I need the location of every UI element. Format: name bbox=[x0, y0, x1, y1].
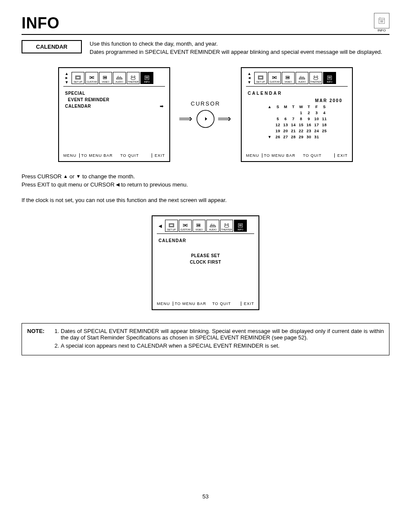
cal-side-empty bbox=[265, 116, 274, 122]
cal-side-empty bbox=[265, 128, 274, 134]
nav-arrow-left-icon: ◀ bbox=[157, 224, 164, 228]
svg-rect-10 bbox=[104, 77, 105, 78]
tab-video: VIDEO bbox=[193, 220, 206, 232]
arrow-right-icon: ⟹ bbox=[218, 113, 232, 124]
svg-rect-33 bbox=[299, 78, 305, 79]
calendar-day: 31 bbox=[313, 134, 321, 140]
svg-rect-27 bbox=[259, 76, 262, 78]
calendar-day: 30 bbox=[305, 134, 313, 140]
tab-set-up: SET UP bbox=[72, 72, 84, 84]
calendar-dow: W bbox=[297, 104, 305, 110]
tab-theater: THEATER bbox=[309, 72, 322, 84]
cal-up-arrow-icon: ▲ bbox=[265, 104, 274, 110]
osd-footer-center: TO MENU BAR TO QUIT bbox=[173, 302, 241, 306]
calendar-day: 4 bbox=[321, 110, 328, 116]
osd-footer-menu: MENU bbox=[63, 153, 80, 158]
calendar-day: 25 bbox=[321, 128, 328, 134]
svg-rect-60 bbox=[238, 224, 243, 227]
tab-audio: AUDIO bbox=[113, 72, 126, 84]
osd-footer-exit: EXIT bbox=[152, 153, 165, 158]
calendar-dow: S bbox=[321, 104, 328, 110]
calendar-day bbox=[282, 110, 290, 116]
tab-theater: THEATER bbox=[220, 220, 233, 232]
svg-point-40 bbox=[317, 76, 318, 77]
tab-info: INFO bbox=[234, 220, 247, 232]
calendar-day: 27 bbox=[282, 134, 290, 140]
calendar-day: 15 bbox=[297, 122, 305, 128]
calendar-dow: M bbox=[282, 104, 290, 110]
calendar-screen-heading: CALENDAR bbox=[159, 237, 252, 244]
calendar-day: 14 bbox=[290, 122, 297, 128]
note-list: Dates of SPECIAL EVENT REMINDER will app… bbox=[52, 328, 384, 351]
svg-point-58 bbox=[224, 224, 226, 225]
arrow-right-icon: ⟹ bbox=[179, 113, 193, 124]
cursor-label: CURSOR bbox=[191, 100, 220, 107]
osd-footer: MENU TO MENU BAR TO QUIT EXIT bbox=[63, 152, 165, 158]
up-triangle-icon: ▲ bbox=[63, 173, 68, 180]
osd-menubar: ▲◀▼ SET UPCUSTOMVIDEOAUDIOTHEATERINFO bbox=[246, 72, 348, 87]
info-corner-icon: INFO bbox=[374, 13, 389, 32]
cal-down-arrow-icon: ▼ bbox=[265, 134, 274, 140]
calendar-day: 26 bbox=[274, 134, 282, 140]
osd-calendar: ▲◀▼ SET UPCUSTOMVIDEOAUDIOTHEATERINFO CA… bbox=[241, 67, 353, 162]
calendar-grid: ▲SMTWTFS12345678910111213141516171819202… bbox=[248, 104, 346, 140]
calendar-day: 11 bbox=[321, 116, 328, 122]
calendar-day: 21 bbox=[290, 128, 297, 134]
calendar-screen-heading: CALENDAR bbox=[248, 90, 346, 96]
tab-custom: CUSTOM bbox=[85, 72, 98, 84]
tab-video: VIDEO bbox=[282, 72, 295, 84]
tab-set-up: SET UP bbox=[254, 72, 267, 84]
calendar-day: 17 bbox=[313, 122, 321, 128]
svg-marker-25 bbox=[205, 117, 207, 121]
tab-info: INFO bbox=[323, 72, 336, 84]
calendar-dow: F bbox=[313, 104, 321, 110]
instr-line3: If the clock is not set, you can not use… bbox=[22, 196, 389, 205]
arrow-right-icon: ➡ bbox=[160, 103, 164, 109]
page-number: 53 bbox=[22, 493, 389, 500]
calendar-day: 28 bbox=[290, 134, 297, 140]
menu-item-calendar: CALENDAR bbox=[65, 103, 91, 109]
section-label-calendar: CALENDAR bbox=[22, 40, 82, 53]
instr-line1-mid: or bbox=[68, 173, 76, 180]
calendar-day: 8 bbox=[297, 116, 305, 122]
svg-point-19 bbox=[134, 76, 135, 77]
svg-rect-46 bbox=[170, 224, 173, 227]
svg-point-39 bbox=[314, 76, 315, 77]
tab-video: VIDEO bbox=[99, 72, 112, 84]
calendar-dow: T bbox=[290, 104, 297, 110]
instr-line1-pre: Press CURSOR bbox=[22, 173, 63, 180]
osd-body: SPECIAL EVENT REMINDER CALENDAR ➡ bbox=[63, 89, 165, 152]
down-triangle-icon: ▼ bbox=[76, 173, 81, 180]
calendar-day: 1 bbox=[297, 110, 305, 116]
osd-footer-center: TO MENU BAR TO QUIT bbox=[80, 153, 152, 158]
osd-footer-center: TO MENU BAR TO QUIT bbox=[262, 153, 334, 158]
cursor-diagram: CURSOR ⟹ ⟹ bbox=[179, 100, 232, 128]
calendar-dow: S bbox=[274, 104, 282, 110]
calendar-day: 9 bbox=[305, 116, 313, 122]
calendar-month-year: MAR 2000 bbox=[248, 97, 346, 104]
calendar-day: 13 bbox=[282, 122, 290, 128]
osd-footer-menu: MENU bbox=[157, 302, 173, 306]
calendar-day: 12 bbox=[274, 122, 282, 128]
svg-rect-31 bbox=[286, 77, 287, 78]
osd-info-menu: ▲▶▼ SET UPCUSTOMVIDEOAUDIOTHEATERINFO SP… bbox=[58, 67, 170, 162]
cal-side-empty bbox=[265, 122, 274, 128]
calendar-day: 19 bbox=[274, 128, 282, 134]
calendar-day: 7 bbox=[290, 116, 297, 122]
tab-audio: AUDIO bbox=[206, 220, 219, 232]
instructions-block: Press CURSOR ▲ or ▼ to change the month.… bbox=[22, 173, 389, 205]
calendar-dow: T bbox=[305, 104, 313, 110]
instr-line2-post: to return to previous menu. bbox=[119, 181, 188, 188]
osd-footer: MENU TO MENU BAR TO QUIT EXIT bbox=[157, 300, 254, 306]
nav-arrows-updown-icon: ▲◀▼ bbox=[246, 72, 253, 84]
instr-line2-pre: Press EXIT to quit menu or CURSOR bbox=[22, 181, 116, 188]
tab-audio: AUDIO bbox=[296, 72, 308, 84]
note-item: Dates of SPECIAL EVENT REMINDER will app… bbox=[61, 328, 384, 341]
calendar-day: 29 bbox=[297, 134, 305, 140]
svg-rect-50 bbox=[197, 225, 198, 226]
calendar-day: 3 bbox=[313, 110, 321, 116]
tab-info: INFO bbox=[140, 72, 153, 84]
osd-body: CALENDAR PLEASE SET CLOCK FIRST bbox=[157, 236, 254, 300]
info-corner-label: INFO bbox=[377, 28, 386, 32]
section-description: Use this function to check the day, mont… bbox=[90, 40, 389, 56]
